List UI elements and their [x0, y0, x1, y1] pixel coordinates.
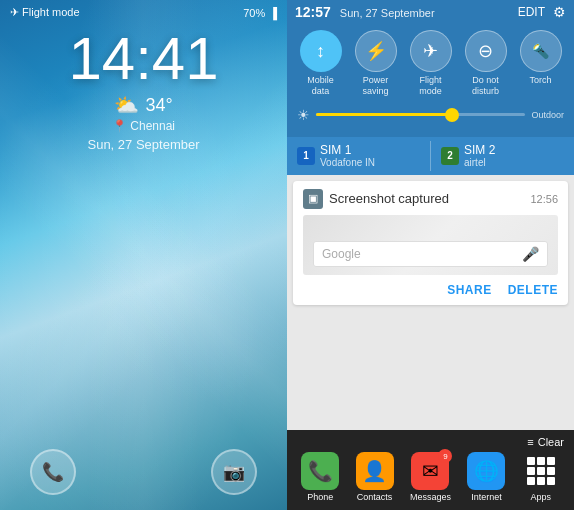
google-search-bar[interactable]: Google 🎤: [313, 241, 548, 267]
screenshot-icon: ▣: [308, 192, 318, 205]
sim-row: 1 SIM 1 Vodafone IN 2 SIM 2 airtel: [287, 137, 574, 175]
phone-app-label: Phone: [307, 492, 333, 502]
google-text: Google: [322, 247, 361, 261]
left-status-bar: ✈ Flight mode 70% ▐: [0, 0, 287, 21]
notif-title: Screenshot captured: [329, 191, 524, 206]
clear-row: ≡ Clear: [287, 436, 574, 452]
temperature: 34°: [145, 95, 172, 116]
status-date: Sun, 27 September: [340, 7, 435, 19]
dock-contacts[interactable]: 👤 Contacts: [356, 452, 394, 502]
lock-screen: ✈ Flight mode 70% ▐ 14:41 ⛅ 34° 📍 Chenna…: [0, 0, 287, 510]
messages-app-label: Messages: [410, 492, 451, 502]
quick-torch[interactable]: 🔦 Torch: [520, 30, 562, 97]
apps-grid: [527, 457, 555, 485]
dock-phone[interactable]: 📞 Phone: [301, 452, 339, 502]
contacts-app-label: Contacts: [357, 492, 393, 502]
camera-icon: 📷: [223, 461, 245, 483]
lock-date: Sun, 27 September: [0, 137, 287, 152]
sim1-item[interactable]: 1 SIM 1 Vodafone IN: [297, 143, 420, 168]
notif-preview: Google 🎤: [303, 215, 558, 275]
notif-icon: ▣: [303, 189, 323, 209]
phone-app-icon: 📞: [301, 452, 339, 490]
dock-messages[interactable]: ✉ 9 Messages: [410, 452, 451, 502]
notification-panel: 12:57 Sun, 27 September EDIT ⚙ ↕ Mobiled…: [287, 0, 574, 510]
dnd-icon: ⊖: [465, 30, 507, 72]
flight-mode-icon: ✈: [410, 30, 452, 72]
edit-button[interactable]: EDIT: [518, 5, 545, 19]
quick-icons-row: ↕ Mobiledata ⚡ Powersaving ✈ Flightmode …: [293, 30, 568, 97]
sim2-carrier: airtel: [464, 157, 495, 168]
quick-settings-panel: ↕ Mobiledata ⚡ Powersaving ✈ Flightmode …: [287, 24, 574, 137]
sim2-item[interactable]: 2 SIM 2 airtel: [441, 143, 564, 168]
clear-label: Clear: [538, 436, 564, 448]
share-button[interactable]: SHARE: [447, 283, 492, 297]
settings-icon[interactable]: ⚙: [553, 4, 566, 20]
location-text: 📍 Chennai: [112, 119, 175, 133]
dnd-label: Do notdisturb: [472, 75, 499, 97]
notification-area: ▣ Screenshot captured 12:56 Google 🎤 SHA…: [287, 175, 574, 430]
battery-percent: 70%: [243, 7, 265, 19]
quick-do-not-disturb[interactable]: ⊖ Do notdisturb: [465, 30, 507, 97]
quick-flight-mode[interactable]: ✈ Flightmode: [410, 30, 452, 97]
quick-power-saving[interactable]: ⚡ Powersaving: [355, 30, 397, 97]
sim-divider: [430, 141, 431, 171]
brightness-slider[interactable]: [316, 113, 525, 116]
apps-label: Apps: [531, 492, 552, 502]
notif-actions: SHARE DELETE: [303, 283, 558, 297]
internet-app-icon: 🌐: [467, 452, 505, 490]
dock-apps[interactable]: Apps: [522, 452, 560, 502]
power-saving-icon: ⚡: [355, 30, 397, 72]
sim2-badge: 2: [441, 147, 459, 165]
torch-icon: 🔦: [520, 30, 562, 72]
contacts-app-glyph: 👤: [362, 459, 387, 483]
messages-badge: 9: [438, 449, 452, 463]
camera-button[interactable]: 📷: [211, 449, 257, 495]
phone-icon: 📞: [42, 461, 64, 483]
power-saving-label: Powersaving: [362, 75, 388, 97]
weather-row: ⛅ 34°: [0, 93, 287, 117]
flight-mode-text: ✈ Flight mode: [10, 6, 80, 19]
internet-app-glyph: 🌐: [474, 459, 499, 483]
flight-mode-label: Flightmode: [419, 75, 442, 97]
screenshot-notification: ▣ Screenshot captured 12:56 Google 🎤 SHA…: [293, 181, 568, 305]
sim2-name: SIM 2: [464, 143, 495, 157]
battery-icon: ▐: [269, 7, 277, 19]
sim1-badge: 1: [297, 147, 315, 165]
internet-app-label: Internet: [471, 492, 502, 502]
lock-time: 14:41: [0, 29, 287, 89]
weather-icon: ⛅: [114, 93, 139, 117]
location-row: 📍 Chennai: [0, 119, 287, 133]
right-status-bar: 12:57 Sun, 27 September EDIT ⚙: [287, 0, 574, 24]
clear-icon: ≡: [527, 436, 533, 448]
phone-app-glyph: 📞: [308, 459, 333, 483]
mobile-data-label: Mobiledata: [307, 75, 334, 97]
notif-header: ▣ Screenshot captured 12:56: [303, 189, 558, 209]
clear-button[interactable]: ≡ Clear: [527, 436, 564, 448]
mic-icon: 🎤: [522, 246, 539, 262]
quick-mobile-data[interactable]: ↕ Mobiledata: [300, 30, 342, 97]
bottom-dock: ≡ Clear 📞 Phone 👤 Contacts ✉ 9: [287, 430, 574, 510]
brightness-row: ☀ Outdoor: [293, 105, 568, 125]
contacts-app-icon: 👤: [356, 452, 394, 490]
sim1-name: SIM 1: [320, 143, 375, 157]
messages-app-glyph: ✉: [422, 459, 439, 483]
phone-button[interactable]: 📞: [30, 449, 76, 495]
mobile-data-icon: ↕: [300, 30, 342, 72]
torch-label: Torch: [529, 75, 551, 86]
notif-time: 12:56: [530, 193, 558, 205]
dock-icons-row: 📞 Phone 👤 Contacts ✉ 9 Messages 🌐: [287, 452, 574, 502]
messages-app-icon: ✉ 9: [411, 452, 449, 490]
lock-bottom-icons: 📞 📷: [0, 449, 287, 495]
apps-icon: [522, 452, 560, 490]
dock-internet[interactable]: 🌐 Internet: [467, 452, 505, 502]
brightness-icon: ☀: [297, 107, 310, 123]
status-time: 12:57: [295, 4, 331, 20]
delete-button[interactable]: DELETE: [508, 283, 558, 297]
sim1-carrier: Vodafone IN: [320, 157, 375, 168]
outdoor-label: Outdoor: [531, 110, 564, 120]
